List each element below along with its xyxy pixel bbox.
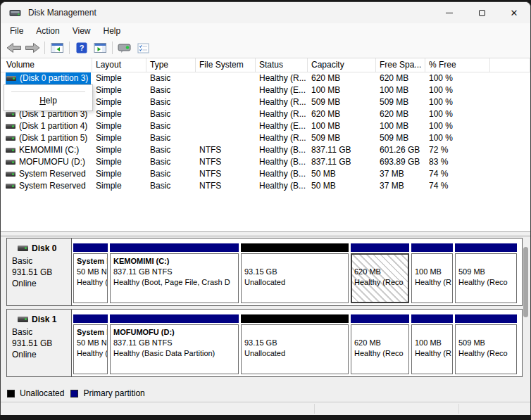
partition-unallocated[interactable]: 93.15 GBUnallocated — [241, 314, 349, 374]
partition-size: 837.11 GB NTFS — [113, 267, 238, 277]
partition[interactable]: 509 MBHealthy (Reco — [455, 314, 517, 374]
partition-color-bar — [110, 243, 239, 252]
show-action-pane-icon[interactable] — [91, 40, 109, 56]
back-icon[interactable] — [5, 40, 23, 56]
partition[interactable]: MOFUMOFU (D:)837.11 GB NTFSHealthy (Basi… — [110, 314, 239, 374]
title-bar: Disk Management ✕ — [1, 2, 530, 23]
volume-icon — [6, 136, 15, 141]
cell-file-system — [196, 108, 256, 120]
pane-splitter[interactable] — [1, 231, 530, 236]
cell-pct-free: 100 % — [425, 108, 490, 120]
partition-size: 50 MB NT — [77, 267, 107, 277]
partition-color-bar — [110, 314, 239, 323]
table-row[interactable]: KEMOMIMI (C:) Simple Basic NTFS Healthy … — [1, 144, 530, 156]
volume-name: System Reserved — [19, 180, 86, 192]
column-header-free-space[interactable]: Free Spa... — [376, 58, 425, 72]
vertical-scrollbar[interactable] — [523, 240, 528, 381]
partition-status: Healthy (Basic Data Partition) — [113, 348, 238, 359]
maximize-icon — [479, 10, 485, 16]
partition-label: System Re — [77, 327, 107, 338]
partition[interactable]: 100 MBHealthy (R — [411, 243, 453, 303]
table-row[interactable]: (Disk 1 partition 5) Simple Basic Health… — [1, 132, 530, 144]
minimize-button[interactable] — [433, 2, 466, 23]
menu-action[interactable]: Action — [30, 25, 65, 37]
column-header-type[interactable]: Type — [146, 58, 196, 72]
partition-label — [354, 327, 408, 338]
partition[interactable]: 100 MBHealthy (R — [411, 314, 453, 374]
partition[interactable]: 509 MBHealthy (Reco — [455, 243, 517, 303]
help-icon[interactable]: ? — [73, 40, 91, 56]
cell-pct-free: 74 % — [425, 180, 490, 192]
show-console-tree-icon[interactable] — [48, 40, 66, 56]
status-bar-divider — [314, 404, 315, 414]
scrollbar-thumb[interactable] — [523, 247, 528, 317]
cell-status: Healthy (R... — [256, 108, 308, 120]
cell-type: Basic — [146, 132, 196, 144]
cell-capacity: 509 MB — [308, 132, 376, 144]
partition-size: 50 MB NT — [77, 338, 107, 348]
disk-name: Disk 0 — [32, 243, 56, 254]
toolbar-separator — [69, 42, 70, 54]
partition-label — [458, 256, 516, 267]
cell-status: Healthy (B... — [256, 156, 308, 168]
volume-name: MOFUMOFU (D:) — [19, 156, 85, 168]
column-header-pct-free[interactable]: % Free — [425, 58, 490, 72]
column-header-layout[interactable]: Layout — [92, 58, 146, 72]
partition[interactable]: KEMOMIMI (C:)837.11 GB NTFSHealthy (Boot… — [110, 243, 239, 303]
column-header-capacity[interactable]: Capacity — [308, 58, 376, 72]
cell-capacity: 100 MB — [308, 120, 376, 132]
disk-0-info[interactable]: Disk 0 Basic 931.51 GB Online — [7, 238, 72, 305]
disk-1-block: Disk 1 Basic 931.51 GB Online System Re5… — [6, 309, 523, 377]
partition-color-bar — [455, 314, 517, 323]
menu-file[interactable]: File — [4, 25, 30, 37]
status-bar-divider — [458, 404, 459, 414]
partition-selected[interactable]: 620 MBHealthy (Reco — [351, 243, 409, 303]
partition[interactable]: 620 MBHealthy (Reco — [351, 314, 409, 374]
partition-status: Healthy (Reco — [354, 348, 408, 359]
legend: Unallocated Primary partition — [7, 388, 151, 398]
partition-size: 620 MB — [354, 267, 408, 277]
volume-name: System Reserved — [19, 168, 86, 180]
cell-layout: Simple — [92, 144, 146, 156]
table-row[interactable]: System Reserved Simple Basic NTFS Health… — [1, 180, 530, 192]
status-bar — [1, 402, 530, 415]
table-row[interactable]: System Reserved Simple Basic NTFS Health… — [1, 168, 530, 180]
forward-icon[interactable] — [23, 40, 42, 56]
table-row[interactable]: (Disk 1 partition 4) Simple Basic Health… — [1, 120, 530, 132]
cell-file-system — [196, 120, 256, 132]
menu-help[interactable]: Help — [97, 25, 127, 37]
volume-name: (Disk 0 partition 3) — [20, 72, 88, 84]
cell-free-space: 620 MB — [376, 72, 425, 84]
close-button[interactable]: ✕ — [498, 2, 530, 23]
context-menu-help[interactable]: Help — [4, 92, 92, 110]
legend-label: Primary partition — [83, 388, 144, 398]
partition-unallocated[interactable]: 93.15 GBUnallocated — [241, 243, 349, 303]
partition-size: 509 MB — [458, 338, 516, 348]
cell-layout: Simple — [92, 132, 146, 144]
graphical-view: Disk 0 Basic 931.51 GB Online System Re5… — [1, 236, 530, 402]
maximize-button[interactable] — [466, 2, 498, 23]
cell-pct-free: 72 % — [425, 144, 490, 156]
partition[interactable]: System Re50 MB NTHealthy (S — [73, 243, 108, 303]
partition-status: Healthy (Boot, Page File, Crash D — [113, 277, 238, 288]
partition-color-bar — [73, 314, 108, 323]
column-header-file-system[interactable]: File System — [196, 58, 256, 72]
properties-icon[interactable] — [134, 40, 152, 56]
column-header-volume[interactable]: Volume — [1, 58, 92, 72]
popup-window-icon[interactable] — [115, 40, 134, 56]
disk-0-block: Disk 0 Basic 931.51 GB Online System Re5… — [6, 238, 523, 306]
menu-view[interactable]: View — [66, 25, 97, 37]
cell-type: Basic — [146, 180, 196, 192]
partition-color-bar — [411, 243, 453, 252]
cell-type: Basic — [146, 72, 196, 84]
cell-status: Healthy (B... — [256, 168, 308, 180]
disk-1-info[interactable]: Disk 1 Basic 931.51 GB Online — [7, 310, 72, 376]
cell-type: Basic — [146, 144, 196, 156]
partition[interactable]: System Re50 MB NTHealthy (S — [73, 314, 108, 374]
table-row[interactable]: (Disk 0 partition 3) Simple Basic Health… — [1, 72, 530, 84]
column-header-status[interactable]: Status — [256, 58, 308, 72]
volume-list-header: Volume Layout Type File System Status Ca… — [1, 58, 530, 72]
partition-label — [244, 256, 348, 267]
table-row[interactable]: MOFUMOFU (D:) Simple Basic NTFS Healthy … — [1, 156, 530, 168]
cell-free-space: 509 MB — [376, 96, 425, 108]
